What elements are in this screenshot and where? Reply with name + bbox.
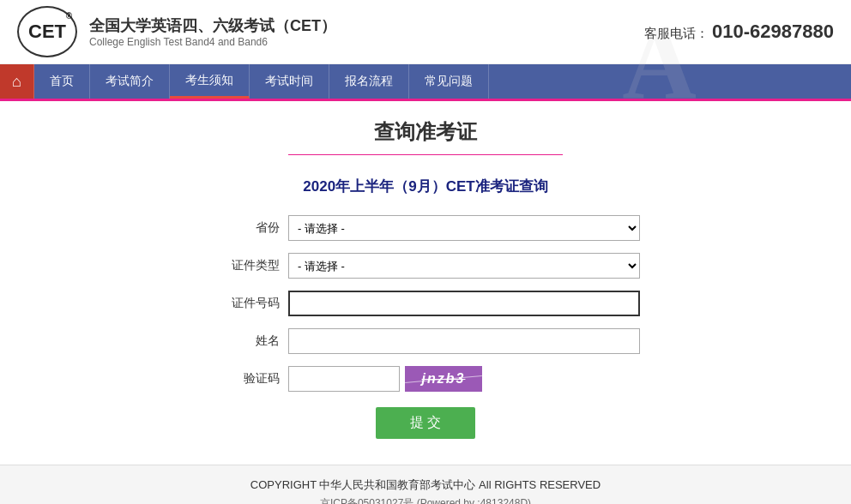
header-left: CET 全国大学英语四、六级考试（CET） College English Te… [17, 6, 336, 57]
id-number-input[interactable] [288, 291, 640, 316]
page-title-underline [288, 154, 563, 155]
id-number-label: 证件号码 [211, 296, 280, 311]
nav-notice[interactable]: 考生须知 [170, 64, 250, 99]
province-label: 省份 [211, 220, 280, 236]
name-label: 姓名 [211, 333, 280, 349]
captcha-label: 验证码 [211, 371, 280, 387]
form-section-title: 2020年上半年（9月）CET准考证查询 [0, 177, 851, 196]
nav-faq[interactable]: 常见问题 [409, 64, 489, 99]
id-type-label: 证件类型 [211, 258, 280, 273]
service-label: 客服电话： [644, 26, 709, 40]
captcha-input[interactable] [288, 366, 400, 392]
nav-index[interactable]: 首页 [34, 64, 90, 99]
nav-process-label: 报名流程 [345, 74, 393, 89]
header-title-block: 全国大学英语四、六级考试（CET） College English Test B… [89, 15, 336, 48]
name-input[interactable] [288, 328, 640, 354]
id-type-select[interactable]: - 请选择 - [288, 253, 640, 279]
main-nav: ⌂ 首页 考试简介 考生须知 考试时间 报名流程 常见问题 [0, 64, 851, 99]
nav-index-label: 首页 [50, 74, 74, 89]
submit-button[interactable]: 提 交 [376, 407, 475, 439]
submit-row: 提 交 [211, 407, 640, 439]
id-type-row: 证件类型 - 请选择 - [211, 253, 640, 279]
id-number-row: 证件号码 [211, 291, 640, 316]
nav-time[interactable]: 考试时间 [250, 64, 329, 99]
captcha-image[interactable]: jnzb3 [405, 366, 482, 392]
phone-number: 010-62987880 [712, 21, 834, 42]
nav-home[interactable]: ⌂ [0, 64, 34, 99]
footer-copyright: COPYRIGHT 中华人民共和国教育部考试中心 All RIGHTS RESE… [0, 477, 851, 493]
main-content: 查询准考证 2020年上半年（9月）CET准考证查询 省份 - 请选择 - 证件… [0, 101, 851, 465]
nav-faq-label: 常见问题 [425, 74, 473, 89]
captcha-group: jnzb3 [288, 366, 482, 392]
nav-process[interactable]: 报名流程 [329, 64, 409, 99]
query-form: 省份 - 请选择 - 证件类型 - 请选择 - 证件号码 姓名 验证码 [211, 215, 640, 439]
nav-notice-label: 考生须知 [185, 73, 233, 88]
page-title: 查询准考证 [0, 118, 851, 146]
site-header: CET 全国大学英语四、六级考试（CET） College English Te… [0, 0, 851, 64]
captcha-row: 验证码 jnzb3 [211, 366, 640, 392]
captcha-text: jnzb3 [422, 371, 466, 387]
site-title-en: College English Test Band4 and Band6 [89, 36, 336, 48]
nav-intro[interactable]: 考试简介 [90, 64, 170, 99]
logo-text: CET [28, 21, 66, 43]
province-select[interactable]: - 请选择 - [288, 215, 640, 241]
site-footer: COPYRIGHT 中华人民共和国教育部考试中心 All RIGHTS RESE… [0, 465, 851, 504]
province-row: 省份 - 请选择 - [211, 215, 640, 241]
site-title-cn: 全国大学英语四、六级考试（CET） [89, 15, 336, 36]
nav-time-label: 考试时间 [265, 74, 313, 89]
header-contact: 客服电话： 010-62987880 [644, 21, 834, 43]
name-row: 姓名 [211, 328, 640, 354]
footer-icp: 京ICP备05031027号 (Powered by :4813248D) [0, 496, 851, 504]
cet-logo: CET [17, 6, 77, 57]
nav-intro-label: 考试简介 [106, 74, 154, 89]
home-icon: ⌂ [12, 73, 21, 91]
